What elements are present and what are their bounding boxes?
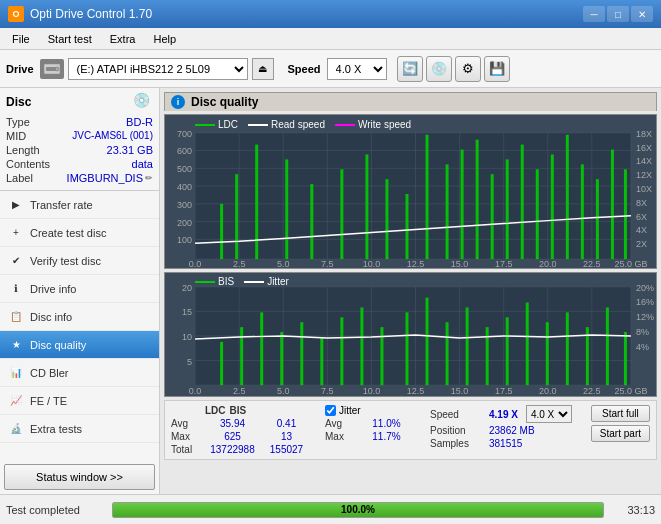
menu-extra[interactable]: Extra — [102, 31, 144, 47]
eject-button[interactable]: ⏏ — [252, 58, 274, 80]
verify-test-disc-icon: ✔ — [8, 253, 24, 269]
close-button[interactable]: ✕ — [631, 6, 653, 22]
position-value: 23862 MB — [489, 425, 535, 436]
svg-text:12.5: 12.5 — [407, 386, 425, 396]
sidebar-item-extra-tests[interactable]: 🔬 Extra tests — [0, 415, 159, 443]
disc-label-label: Label — [6, 172, 33, 184]
svg-text:15: 15 — [182, 307, 192, 317]
svg-text:100: 100 — [177, 235, 192, 245]
nav-items: ▶ Transfer rate + Create test disc ✔ Ver… — [0, 191, 159, 460]
status-window-button[interactable]: Status window >> — [4, 464, 155, 490]
jitter-checkbox[interactable] — [325, 405, 336, 416]
drive-select[interactable]: (E:) ATAPI iHBS212 2 5L09 — [68, 58, 248, 80]
settings-button[interactable]: ⚙ — [455, 56, 481, 82]
sidebar-item-fe-te[interactable]: 📈 FE / TE — [0, 387, 159, 415]
disc-title: Disc — [6, 95, 31, 109]
edit-icon[interactable]: ✏ — [145, 173, 153, 183]
start-part-button[interactable]: Start part — [591, 425, 650, 442]
disc-contents-value: data — [132, 158, 153, 170]
svg-text:25.0 GB: 25.0 GB — [614, 259, 647, 268]
legend-read-speed: Read speed — [248, 119, 325, 130]
stats-total-label: Total — [171, 444, 201, 455]
speed-target-select[interactable]: 4.0 X — [526, 405, 572, 423]
menu-file[interactable]: File — [4, 31, 38, 47]
svg-rect-61 — [611, 150, 614, 260]
save-button[interactable]: 💾 — [484, 56, 510, 82]
svg-rect-108 — [360, 307, 363, 385]
title-bar-controls: ─ □ ✕ — [583, 6, 653, 22]
progress-pct: 100.0% — [341, 504, 375, 515]
sidebar-item-disc-quality[interactable]: ★ Disc quality — [0, 331, 159, 359]
disc-header: Disc 💿 — [6, 92, 153, 112]
extra-tests-icon: 🔬 — [8, 421, 24, 437]
svg-text:8%: 8% — [636, 327, 649, 337]
svg-rect-116 — [526, 303, 529, 386]
speed-select[interactable]: 4.0 X — [327, 58, 387, 80]
svg-rect-112 — [446, 322, 449, 385]
svg-text:25.0 GB: 25.0 GB — [614, 386, 647, 396]
stats-avg-label: Avg — [171, 418, 201, 429]
svg-rect-50 — [446, 164, 449, 259]
sidebar: Disc 💿 Type BD-R MID JVC-AMS6L (001) Len… — [0, 88, 160, 494]
svg-rect-43 — [285, 159, 288, 259]
cd-bler-icon: 📊 — [8, 365, 24, 381]
chart-header: i Disc quality — [164, 92, 657, 111]
position-row: Position 23862 MB — [430, 425, 572, 436]
legend-write-speed: Write speed — [335, 119, 411, 130]
disc-panel-icon: 💿 — [133, 92, 153, 112]
svg-rect-60 — [596, 179, 599, 259]
sidebar-item-transfer-rate[interactable]: ▶ Transfer rate — [0, 191, 159, 219]
svg-rect-1 — [46, 67, 56, 71]
transfer-rate-icon: ▶ — [8, 197, 24, 213]
sidebar-item-drive-info[interactable]: ℹ Drive info — [0, 275, 159, 303]
refresh-button[interactable]: 🔄 — [397, 56, 423, 82]
menu-help[interactable]: Help — [145, 31, 184, 47]
speed-label: Speed — [288, 63, 321, 75]
sidebar-item-create-test-disc[interactable]: + Create test disc — [0, 219, 159, 247]
svg-rect-46 — [365, 154, 368, 259]
position-key: Position — [430, 425, 485, 436]
sidebar-item-disc-info[interactable]: 📋 Disc info — [0, 303, 159, 331]
stats-panel: LDC BIS Avg 35.94 0.41 Max 625 13 Tota — [164, 400, 657, 460]
svg-rect-102 — [240, 327, 243, 385]
svg-text:17.5: 17.5 — [495, 259, 513, 268]
disc-action-button[interactable]: 💿 — [426, 56, 452, 82]
disc-label-value: IMGBURN_DIS — [67, 172, 143, 184]
stats-max-row: Max 625 13 — [171, 431, 309, 442]
top-chart-legend: LDC Read speed Write speed — [195, 119, 411, 130]
stats-bis-max: 13 — [264, 431, 309, 442]
main-area: Disc 💿 Type BD-R MID JVC-AMS6L (001) Len… — [0, 88, 661, 494]
stats-ldc-header: LDC — [205, 405, 226, 416]
bottom-chart-panel: BIS Jitter — [164, 272, 657, 397]
content-area: i Disc quality LDC Read speed W — [160, 88, 661, 494]
disc-contents-row: Contents data — [6, 158, 153, 170]
toolbar: Drive (E:) ATAPI iHBS212 2 5L09 ⏏ Speed … — [0, 50, 661, 88]
stats-ldc-bis: LDC BIS Avg 35.94 0.41 Max 625 13 Tota — [171, 405, 309, 455]
jitter-max-label: Max — [325, 431, 355, 442]
sidebar-item-label-cd-bler: CD Bler — [30, 367, 69, 379]
menu-start-test[interactable]: Start test — [40, 31, 100, 47]
minimize-button[interactable]: ─ — [583, 6, 605, 22]
svg-text:18X: 18X — [636, 129, 652, 139]
disc-mid-value: JVC-AMS6L (001) — [72, 130, 153, 142]
maximize-button[interactable]: □ — [607, 6, 629, 22]
stats-max-label: Max — [171, 431, 201, 442]
svg-rect-53 — [491, 174, 494, 259]
legend-write-speed-label: Write speed — [358, 119, 411, 130]
svg-text:12%: 12% — [636, 312, 654, 322]
stats-total-row: Total 13722988 155027 — [171, 444, 309, 455]
jitter-label: Jitter — [339, 405, 361, 416]
svg-text:20.0: 20.0 — [539, 259, 557, 268]
svg-rect-41 — [235, 174, 238, 259]
legend-read-speed-color — [248, 124, 268, 126]
svg-text:12.5: 12.5 — [407, 259, 425, 268]
sidebar-item-cd-bler[interactable]: 📊 CD Bler — [0, 359, 159, 387]
svg-text:7.5: 7.5 — [321, 259, 334, 268]
sidebar-item-label-transfer-rate: Transfer rate — [30, 199, 93, 211]
jitter-checkbox-row: Jitter — [325, 405, 414, 416]
sidebar-item-label-create-test-disc: Create test disc — [30, 227, 106, 239]
svg-rect-118 — [566, 312, 569, 385]
start-full-button[interactable]: Start full — [591, 405, 650, 422]
disc-quality-icon: ★ — [8, 337, 24, 353]
sidebar-item-verify-test-disc[interactable]: ✔ Verify test disc — [0, 247, 159, 275]
